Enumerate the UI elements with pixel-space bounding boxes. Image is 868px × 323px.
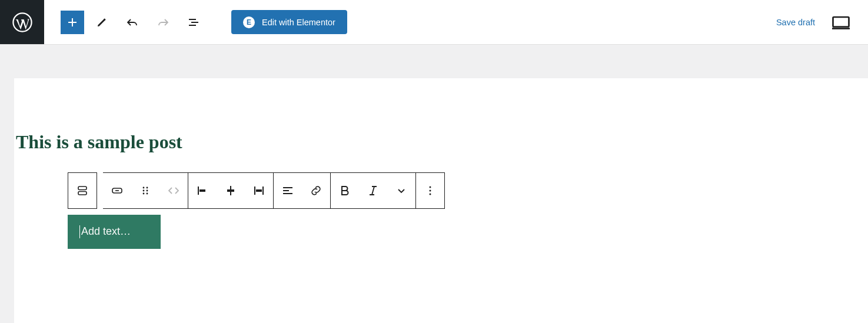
svg-point-10 <box>147 193 148 195</box>
elementor-button-label: Edit with Elementor <box>262 18 335 27</box>
svg-point-6 <box>147 187 148 189</box>
link-icon <box>309 184 323 198</box>
svg-rect-2 <box>78 187 87 190</box>
add-block-button[interactable] <box>61 11 84 34</box>
svg-point-8 <box>147 190 148 192</box>
drag-handle-icon <box>138 184 152 198</box>
svg-point-7 <box>143 190 145 192</box>
block-options-button[interactable] <box>416 177 444 205</box>
text-align-button[interactable] <box>274 177 302 205</box>
svg-point-15 <box>430 190 431 192</box>
justify-stretch-icon <box>252 184 266 198</box>
svg-rect-12 <box>227 189 234 192</box>
elementor-badge-icon: E <box>243 16 255 28</box>
preview-button[interactable] <box>830 12 852 33</box>
svg-point-5 <box>143 187 145 189</box>
text-align-left-icon <box>281 184 295 198</box>
more-vertical-icon <box>423 184 437 198</box>
more-text-formats-button[interactable] <box>387 177 415 205</box>
align-left-button[interactable] <box>188 177 217 205</box>
edit-with-elementor-button[interactable]: E Edit with Elementor <box>231 10 347 34</box>
chevron-down-icon <box>394 184 408 198</box>
redo-icon <box>156 15 170 29</box>
svg-point-14 <box>430 187 431 188</box>
button-block-placeholder: Add text… <box>81 225 131 237</box>
button-block-icon <box>110 184 124 198</box>
italic-icon <box>366 184 380 198</box>
edit-mode-button[interactable] <box>89 9 115 35</box>
buttons-block-icon <box>75 184 89 198</box>
drag-handle-button[interactable] <box>131 177 159 205</box>
redo-button[interactable] <box>150 9 176 35</box>
button-block[interactable]: Add text… <box>68 215 161 249</box>
post-title[interactable]: This is a sample post <box>16 131 182 153</box>
toolbar-group-more <box>416 172 445 209</box>
undo-icon <box>125 15 139 29</box>
document-overview-button[interactable] <box>181 9 207 35</box>
toolbar-group-align <box>188 172 274 209</box>
topbar-right: Save draft <box>776 12 868 33</box>
plus-icon <box>65 15 79 29</box>
svg-point-9 <box>143 193 145 195</box>
move-block-button[interactable] <box>159 177 188 205</box>
block-toolbar <box>68 172 445 209</box>
align-right-button[interactable] <box>245 177 273 205</box>
justify-left-icon <box>195 184 209 198</box>
svg-rect-1 <box>833 17 849 27</box>
bold-button[interactable] <box>331 177 359 205</box>
svg-point-16 <box>430 194 431 195</box>
move-left-right-icon <box>167 184 181 198</box>
undo-button[interactable] <box>119 9 145 35</box>
list-view-icon <box>187 15 201 29</box>
toolbar-group-text-format <box>331 172 416 209</box>
align-center-button[interactable] <box>217 177 245 205</box>
svg-rect-3 <box>78 192 87 195</box>
text-caret <box>79 225 80 238</box>
bold-icon <box>338 184 352 198</box>
desktop-icon <box>830 12 852 33</box>
svg-rect-13 <box>256 189 262 192</box>
toolbar-group-transform <box>103 172 188 209</box>
justify-center-icon <box>224 184 238 198</box>
wordpress-icon <box>12 12 32 32</box>
save-draft-button[interactable]: Save draft <box>776 18 815 27</box>
buttons-block-type-button[interactable] <box>68 177 97 205</box>
single-button-block-button[interactable] <box>103 177 131 205</box>
toolbar-group-block-type <box>68 172 97 209</box>
link-button[interactable] <box>302 177 330 205</box>
editor-tools <box>61 9 207 35</box>
toolbar-group-link <box>274 172 331 209</box>
pencil-icon <box>95 15 109 29</box>
italic-button[interactable] <box>359 177 387 205</box>
wordpress-logo[interactable] <box>0 0 44 44</box>
editor-topbar: E Edit with Elementor Save draft <box>0 0 868 45</box>
svg-rect-11 <box>199 189 205 192</box>
